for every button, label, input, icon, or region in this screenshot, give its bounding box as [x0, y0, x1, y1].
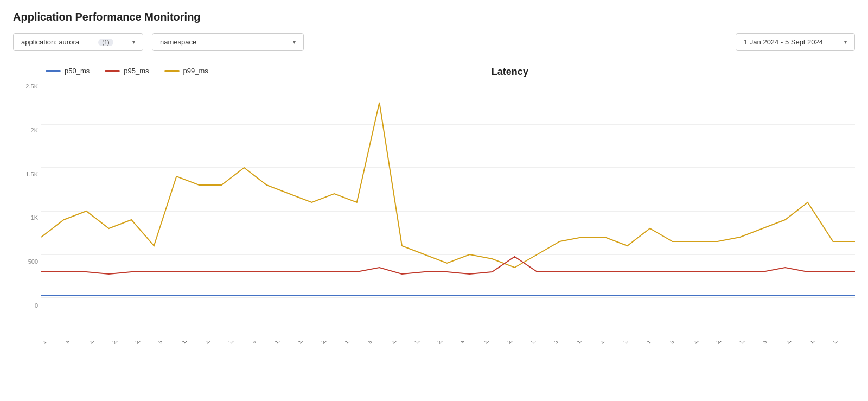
y-label-1.5k: 1.5K: [13, 171, 41, 177]
chart-title: Latency: [208, 66, 812, 78]
date-range-filter[interactable]: 1 Jan 2024 - 5 Sept 2024 ▾: [736, 33, 855, 51]
namespace-filter-label: namespace: [160, 38, 196, 46]
y-label-500: 500: [13, 258, 41, 265]
legend-p95-line: [105, 70, 120, 72]
legend-p50-label: p50_ms: [65, 67, 90, 75]
legend-p99-label: p99_ms: [183, 67, 208, 75]
namespace-filter[interactable]: namespace ▾: [152, 33, 304, 51]
x-label: 1 Jan 2024: [41, 341, 46, 345]
legend-p50-line: [46, 70, 61, 72]
x-label: 19 Feb 2024: [204, 341, 208, 345]
x-label: 4 Mar 2024: [251, 341, 255, 345]
x-label: 26 Feb 2024: [227, 341, 232, 345]
legend-p95: p95_ms: [105, 67, 149, 75]
x-label: 20 May 2024: [506, 341, 510, 345]
y-axis: 0 500 1K 1.5K 2K 2.5K: [13, 81, 41, 341]
legend-p99-line: [164, 70, 180, 72]
x-label: 12 Aug 2024: [785, 341, 789, 345]
namespace-filter-caret: ▾: [293, 39, 296, 45]
p99-line: [41, 103, 855, 268]
application-filter-caret: ▾: [132, 39, 135, 45]
x-label: 22 Jan 2024: [111, 341, 116, 345]
x-label: 22 Jul 2024: [715, 341, 719, 345]
x-label: 10 Jun 2024: [576, 341, 580, 345]
x-label: 6 May 2024: [459, 341, 464, 345]
chart-plot-area: (function() { const data = JSON.parse(do…: [41, 81, 855, 341]
legend-p50: p50_ms: [46, 67, 90, 75]
date-range-caret: ▾: [844, 39, 847, 45]
legend-p99: p99_ms: [164, 67, 208, 75]
x-label: 3 Jun 2024: [553, 341, 557, 345]
x-label: 5 Aug 2024: [762, 341, 766, 345]
x-label: 18 Mar 2024: [297, 341, 301, 345]
latency-chart: p50_ms p95_ms p99_ms Latency 0 500 1K 1.…: [13, 66, 855, 348]
x-label: 25 Mar 2024: [320, 341, 324, 345]
x-label: 29 Apr 2024: [436, 341, 441, 345]
x-label: 12 Feb 2024: [181, 341, 185, 345]
date-range-label: 1 Jan 2024 - 5 Sept 2024: [744, 38, 823, 46]
x-label: 8 Apr 2024: [367, 341, 371, 345]
x-label: 29 Jul 2024: [738, 341, 743, 345]
x-axis: (function() { const data = JSON.parse(do…: [41, 341, 855, 347]
page-title: Application Performance Monitoring: [13, 11, 855, 23]
filters-bar: application: aurora (1) ▾ namespace ▾ 1 …: [13, 33, 855, 51]
y-label-1k: 1K: [13, 214, 41, 221]
x-label: 1 Apr 2024: [343, 341, 348, 345]
x-label: 11 Mar 2024: [273, 341, 278, 345]
application-count-badge: (1): [98, 39, 113, 46]
x-label: 15 Apr 2024: [390, 341, 394, 345]
x-label: 26 Aug 2024: [832, 341, 836, 345]
x-label: 15 Jul 2024: [692, 341, 697, 345]
x-label: 5 Feb 2024: [157, 341, 162, 345]
legend-p95-label: p95_ms: [124, 67, 149, 75]
p95-line: [41, 257, 855, 274]
x-label: 15 Jan 2024: [88, 341, 92, 345]
y-label-0: 0: [13, 302, 41, 309]
x-label: 13 May 2024: [483, 341, 487, 345]
x-label: 1 Jul 2024: [646, 341, 650, 345]
x-label: 17 Jun 2024: [599, 341, 603, 345]
application-filter-label: application: aurora: [21, 38, 79, 46]
x-label: 27 May 2024: [529, 341, 534, 345]
x-label: 29 Jan 2024: [134, 341, 138, 345]
x-label: 8 Jan 2024: [65, 341, 69, 345]
x-label: 19 Aug 2024: [808, 341, 813, 345]
x-label: 8 Jul 2024: [669, 341, 673, 345]
x-label: 24 Jun 2024: [622, 341, 627, 345]
y-label-2.5k: 2.5K: [13, 83, 41, 90]
application-filter[interactable]: application: aurora (1) ▾: [13, 33, 143, 51]
y-label-2k: 2K: [13, 127, 41, 133]
chart-legend: p50_ms p95_ms p99_ms: [13, 67, 208, 75]
x-label: 22 Apr 2024: [413, 341, 418, 345]
